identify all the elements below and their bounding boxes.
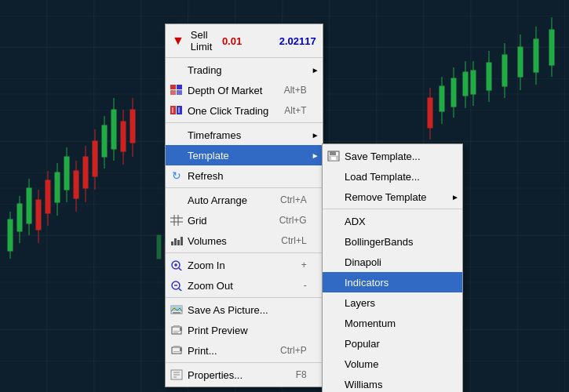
properties-label: Properties... [188,369,280,381]
auto-arrange-icon [169,192,184,208]
dom-icon [169,82,184,98]
auto-arrange-label: Auto Arrange [188,194,264,206]
sell-arrow-icon: ▼ [172,34,184,48]
menu-item-grid[interactable]: Grid Ctrl+G [166,210,323,230]
layers-icon [326,295,341,310]
menu-item-print-preview[interactable]: Print Preview [166,320,323,340]
menu-item-save-template[interactable]: Save Template... [323,146,462,166]
volumes-icon [169,233,184,249]
properties-shortcut: F8 [296,369,307,380]
save-picture-label: Save As Picture... [188,304,307,316]
load-template-label: Load Template... [345,171,447,183]
remove-template-arrow: ► [451,193,459,201]
indicators-label: Indicators [345,277,447,289]
trading-label: Trading [188,64,307,76]
momentum-icon [326,315,341,331]
menu-item-load-template[interactable]: Load Template... [323,166,462,187]
template-icon [169,147,184,163]
svg-rect-128 [173,351,180,352]
remove-template-icon [326,189,341,205]
menu-item-zoom-out[interactable]: Zoom Out - [166,275,323,296]
svg-rect-109 [181,237,183,245]
menu-item-dinapoli[interactable]: Dinapoli [323,252,462,272]
load-template-icon [326,169,341,184]
separator-4 [166,297,323,298]
auto-arrange-shortcut: Ctrl+A [280,194,307,205]
timeframes-arrow: ► [312,131,319,140]
volumes-shortcut: Ctrl+L [281,235,306,246]
save-picture-icon [169,302,184,318]
refresh-label: Refresh [188,170,307,182]
menu-item-williams[interactable]: Williams [323,374,462,392]
separator-1 [166,122,323,123]
menu-item-remove-template[interactable]: Remove Template ► [323,187,462,207]
popular-icon [326,336,341,351]
indicators-icon [326,274,341,290]
svg-rect-127 [173,346,180,348]
menu-item-popular[interactable]: Popular [323,333,462,354]
separator-3 [166,252,323,253]
svg-rect-129 [173,353,178,354]
print-label: Print... [188,345,264,357]
separator-0 [166,57,323,58]
svg-rect-120 [173,312,181,314]
svg-rect-106 [171,241,173,245]
sell-limit-amount: 0.01 [222,35,250,47]
print-shortcut: Ctrl+P [280,345,307,356]
svg-rect-125 [180,328,182,331]
timeframes-icon [169,127,184,143]
menu-item-save-as-picture[interactable]: Save As Picture... [166,299,323,320]
zoom-out-icon [169,278,184,293]
menu-item-timeframes[interactable]: Timeframes ► [166,125,323,145]
svg-rect-90 [170,85,176,89]
zoom-in-shortcut: + [301,260,307,270]
menu-item-momentum[interactable]: Momentum [323,313,462,333]
one-click-label: One Click Trading [188,105,268,117]
refresh-icon: ↻ [169,168,184,183]
menu-item-refresh[interactable]: ↻ Refresh [166,165,323,186]
menu-item-depth-of-market[interactable]: Depth Of Market Alt+B [166,80,323,100]
grid-shortcut: Ctrl+G [279,215,307,226]
menu-item-one-click-trading[interactable]: One Click Trading Alt+T [166,100,323,121]
sell-limit-price: 2.02117 [279,35,316,47]
svg-rect-124 [173,332,178,333]
menu-item-properties[interactable]: Properties... F8 [166,365,323,385]
volume-icon [326,356,341,372]
print-icon [169,343,184,358]
save-template-icon [326,148,341,164]
williams-icon [326,376,341,392]
menu-item-volume[interactable]: Volume [323,354,462,374]
sell-limit-label: Sell Limit [191,29,219,53]
properties-icon [169,367,184,383]
dom-label: Depth Of Market [188,85,268,96]
zoom-in-icon [169,257,184,273]
sell-limit-item[interactable]: ▼ Sell Limit 0.01 2.02117 [166,26,323,56]
dinapoli-label: Dinapoli [345,256,447,268]
menu-item-volumes[interactable]: Volumes Ctrl+L [166,230,323,251]
separator-2 [166,187,323,188]
adx-label: ADX [345,216,447,227]
menu-item-bollinger[interactable]: BollingerBands [323,231,462,252]
one-click-shortcut: Alt+T [284,105,306,116]
svg-rect-93 [177,90,182,95]
menu-item-template[interactable]: Template ► [166,145,323,165]
menu-item-indicators[interactable]: Indicators [323,272,462,292]
template-label: Template [188,150,307,162]
menu-item-zoom-in[interactable]: Zoom In + [166,255,323,275]
volumes-label: Volumes [188,235,265,247]
volume-label: Volume [345,358,447,370]
dom-shortcut: Alt+B [284,85,307,96]
menu-item-trading[interactable]: Trading ► [166,60,323,80]
trading-icon [169,62,184,78]
save-template-label: Save Template... [345,151,447,162]
menu-item-adx[interactable]: ADX [323,211,462,231]
grid-label: Grid [188,215,264,227]
context-menu: ▼ Sell Limit 0.01 2.02117 Trading ► Dept… [165,24,323,387]
svg-rect-122 [173,325,180,328]
menu-item-auto-arrange[interactable]: Auto Arrange Ctrl+A [166,190,323,210]
svg-rect-92 [177,85,182,89]
bollinger-icon [326,234,341,249]
svg-rect-108 [177,240,180,245]
menu-item-layers[interactable]: Layers [323,292,462,313]
menu-item-print[interactable]: Print... Ctrl+P [166,340,323,361]
